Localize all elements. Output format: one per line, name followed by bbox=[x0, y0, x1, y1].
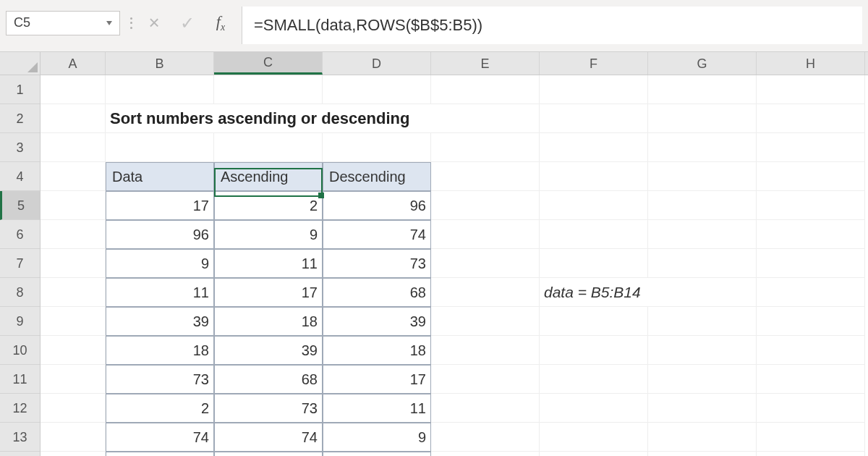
cell[interactable] bbox=[648, 104, 757, 133]
cell[interactable] bbox=[757, 162, 865, 191]
formula-input[interactable]: =SMALL(data,ROWS($B$5:B5)) bbox=[242, 7, 862, 44]
table-cell[interactable]: 39 bbox=[323, 307, 431, 336]
table-cell[interactable]: 39 bbox=[214, 336, 323, 365]
cell[interactable] bbox=[431, 452, 540, 456]
cell[interactable] bbox=[41, 133, 106, 162]
cell[interactable] bbox=[757, 394, 865, 423]
cell[interactable] bbox=[648, 365, 757, 394]
column-header-C[interactable]: C bbox=[214, 52, 323, 75]
table-cell[interactable]: 18 bbox=[214, 307, 323, 336]
table-cell[interactable]: 68 bbox=[106, 452, 214, 456]
column-header-G[interactable]: G bbox=[648, 52, 757, 75]
cell[interactable] bbox=[757, 249, 865, 278]
cell[interactable] bbox=[431, 75, 540, 104]
table-header-data[interactable]: Data bbox=[106, 162, 214, 191]
cell[interactable] bbox=[41, 249, 106, 278]
row-header-7[interactable]: 7 bbox=[0, 249, 40, 278]
cell[interactable] bbox=[41, 452, 106, 456]
table-cell[interactable]: 9 bbox=[323, 423, 431, 452]
table-cell[interactable]: 9 bbox=[214, 220, 323, 249]
cell[interactable] bbox=[540, 365, 648, 394]
cell[interactable] bbox=[431, 307, 540, 336]
cell[interactable] bbox=[323, 75, 431, 104]
table-cell[interactable]: 96 bbox=[323, 191, 431, 220]
cell[interactable] bbox=[648, 133, 757, 162]
cell[interactable] bbox=[648, 191, 757, 220]
row-header-2[interactable]: 2 bbox=[0, 104, 40, 133]
cell[interactable] bbox=[41, 307, 106, 336]
cell[interactable] bbox=[323, 133, 431, 162]
cell[interactable] bbox=[431, 162, 540, 191]
cell[interactable] bbox=[540, 133, 648, 162]
cell[interactable] bbox=[648, 75, 757, 104]
table-cell[interactable]: 96 bbox=[106, 220, 214, 249]
column-header-E[interactable]: E bbox=[431, 52, 540, 75]
cell[interactable] bbox=[540, 191, 648, 220]
cell[interactable] bbox=[648, 452, 757, 456]
cell[interactable] bbox=[540, 452, 648, 456]
cell[interactable] bbox=[757, 220, 865, 249]
row-header-10[interactable]: 10 bbox=[0, 336, 40, 365]
table-cell[interactable]: 96 bbox=[214, 452, 323, 456]
cell[interactable] bbox=[757, 423, 865, 452]
row-header-4[interactable]: 4 bbox=[0, 162, 40, 191]
cell[interactable] bbox=[757, 365, 865, 394]
column-header-H[interactable]: H bbox=[757, 52, 865, 75]
cell[interactable] bbox=[757, 75, 865, 104]
cell[interactable] bbox=[648, 162, 757, 191]
cell[interactable] bbox=[757, 104, 865, 133]
cell[interactable] bbox=[106, 75, 214, 104]
cell[interactable] bbox=[41, 365, 106, 394]
cell[interactable] bbox=[431, 249, 540, 278]
cell[interactable] bbox=[540, 394, 648, 423]
cell[interactable] bbox=[540, 75, 648, 104]
table-cell[interactable]: 68 bbox=[323, 278, 431, 307]
row-header-9[interactable]: 9 bbox=[0, 307, 40, 336]
page-title[interactable]: Sort numbers ascending or descending bbox=[106, 104, 540, 133]
select-all-corner[interactable] bbox=[0, 52, 41, 75]
cell[interactable] bbox=[648, 249, 757, 278]
table-cell[interactable]: 74 bbox=[106, 423, 214, 452]
cell[interactable] bbox=[540, 249, 648, 278]
table-cell[interactable]: 73 bbox=[214, 394, 323, 423]
row-header-14[interactable]: 14 bbox=[0, 452, 40, 456]
cell[interactable] bbox=[41, 162, 106, 191]
row-header-13[interactable]: 13 bbox=[0, 423, 40, 452]
cell[interactable] bbox=[431, 133, 540, 162]
formula-bar-grip-icon[interactable] bbox=[129, 13, 133, 33]
table-cell[interactable]: 68 bbox=[214, 365, 323, 394]
cell[interactable] bbox=[757, 133, 865, 162]
cell[interactable] bbox=[431, 191, 540, 220]
cell[interactable] bbox=[41, 220, 106, 249]
named-range-annotation[interactable]: data = B5:B14 bbox=[540, 278, 757, 307]
cell[interactable] bbox=[757, 452, 865, 456]
cell[interactable] bbox=[540, 336, 648, 365]
cell[interactable] bbox=[648, 307, 757, 336]
cell[interactable] bbox=[540, 423, 648, 452]
grid[interactable]: ABCDEFGH Sort numbers ascending or desce… bbox=[41, 52, 868, 456]
table-cell[interactable]: 9 bbox=[106, 249, 214, 278]
table-cell[interactable]: 74 bbox=[323, 220, 431, 249]
cell[interactable] bbox=[106, 133, 214, 162]
column-header-D[interactable]: D bbox=[323, 52, 431, 75]
row-header-11[interactable]: 11 bbox=[0, 365, 40, 394]
cell[interactable] bbox=[757, 278, 865, 307]
cell[interactable] bbox=[41, 394, 106, 423]
cell[interactable] bbox=[41, 278, 106, 307]
table-cell[interactable]: 11 bbox=[106, 278, 214, 307]
row-header-5[interactable]: 5 bbox=[0, 191, 40, 220]
cell[interactable] bbox=[41, 104, 106, 133]
cell[interactable] bbox=[540, 104, 648, 133]
table-header-asc[interactable]: Ascending bbox=[214, 162, 323, 191]
column-header-B[interactable]: B bbox=[106, 52, 214, 75]
table-cell[interactable]: 18 bbox=[106, 336, 214, 365]
table-header-desc[interactable]: Descending bbox=[323, 162, 431, 191]
cell[interactable] bbox=[41, 336, 106, 365]
table-cell[interactable]: 17 bbox=[323, 365, 431, 394]
cell[interactable] bbox=[757, 336, 865, 365]
cell[interactable] bbox=[648, 220, 757, 249]
accept-formula-icon[interactable]: ✓ bbox=[175, 13, 200, 33]
column-header-A[interactable]: A bbox=[41, 52, 106, 75]
table-cell[interactable]: 17 bbox=[214, 278, 323, 307]
cell[interactable] bbox=[41, 191, 106, 220]
